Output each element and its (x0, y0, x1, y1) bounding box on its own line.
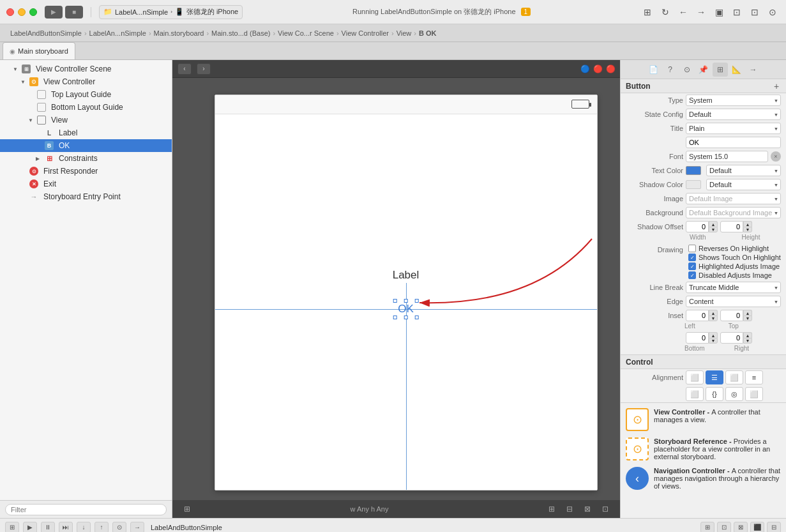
reverses-checkbox[interactable] (688, 245, 696, 252)
minimize-button[interactable] (18, 8, 26, 16)
stop-button[interactable]: ■ (65, 6, 83, 19)
align-top-btn[interactable]: ⬜ (686, 387, 704, 401)
canvas-cube-btn[interactable]: 🔴 (593, 65, 602, 73)
inspector-tab-attributes[interactable]: ⊞ (713, 63, 728, 77)
bottom-btn-settings2[interactable]: ⊙ (112, 522, 126, 533)
bottom-btn-download[interactable]: ↓ (77, 522, 91, 533)
disabled-adjusts-checkbox[interactable]: ✓ (688, 271, 696, 279)
shadow-height-up[interactable]: ▲ (743, 221, 752, 227)
type-select[interactable]: System (686, 95, 781, 106)
nav-item-top-layout[interactable]: Top Layout Guide (0, 88, 172, 101)
refresh-btn[interactable]: ↻ (658, 5, 672, 19)
bottom-btn-pause[interactable]: ⏸ (41, 522, 55, 533)
filter-input[interactable] (5, 504, 167, 515)
shadow-color-select[interactable]: Default (706, 179, 781, 190)
run-button[interactable]: ▶ (45, 6, 63, 19)
shadow-height-down[interactable]: ▼ (743, 227, 752, 232)
nav-item-exit[interactable]: ✕ Exit (0, 178, 172, 190)
inset-right-up[interactable]: ▲ (743, 332, 752, 338)
shadow-color-swatch[interactable] (686, 180, 701, 189)
bottom-btn-storyboard[interactable]: ⊞ (5, 522, 19, 533)
layout-toggle[interactable]: ▣ (712, 5, 726, 19)
bc-item-ok[interactable]: B OK (419, 29, 437, 37)
bc-item[interactable]: View Co...r Scene (278, 29, 334, 37)
bc-item[interactable]: Main.storyboard (154, 29, 204, 37)
canvas-forward-btn[interactable]: › (197, 63, 211, 75)
bottom-btn-nav[interactable]: → (130, 522, 144, 533)
state-config-select[interactable]: Default (686, 109, 781, 120)
bc-item[interactable]: View (397, 29, 412, 37)
canvas-alert-btn[interactable]: 🔴 (606, 65, 615, 73)
bottom-btn-play[interactable]: ▶ (23, 522, 37, 533)
back-btn[interactable]: ← (676, 5, 690, 19)
shadow-width-up[interactable]: ▲ (709, 221, 718, 227)
align-btn[interactable]: ⊡ (598, 502, 612, 516)
storyboard-btn[interactable]: ⊞ (180, 502, 194, 516)
nav-item-view-controller[interactable]: ▼ ⊙ View Controller (0, 75, 172, 88)
align-center-btn[interactable]: ☰ (706, 370, 723, 384)
canvas-back-btn[interactable]: ‹ (178, 63, 192, 75)
grid-btn[interactable]: ⊞ (545, 502, 559, 516)
align-right-btn[interactable]: ⬜ (725, 370, 743, 384)
inset-bottom-down[interactable]: ▼ (709, 338, 718, 344)
maximize-button[interactable] (29, 8, 37, 16)
title-text-input[interactable] (686, 137, 781, 148)
nav-item-label[interactable]: L Label (0, 126, 172, 139)
shows-touch-checkbox[interactable]: ✓ (688, 254, 696, 261)
nav-item-view[interactable]: ▼ View (0, 114, 172, 126)
warning-badge[interactable]: 1 (521, 8, 531, 16)
inset-right-input[interactable] (720, 332, 743, 344)
bottom-btn-step[interactable]: ⏭ (59, 522, 73, 533)
zoom-btn[interactable]: ⊟ (563, 502, 577, 516)
nav-item-ok[interactable]: B OK (0, 139, 172, 152)
font-clear-btn[interactable]: × (771, 151, 781, 162)
settings-btn[interactable]: ⊙ (766, 5, 780, 19)
align-fill-btn[interactable]: ≡ (745, 370, 763, 384)
image-select[interactable]: Default Image (686, 193, 781, 204)
align-bottom-btn[interactable]: ⬜ (745, 387, 763, 401)
shadow-height-input[interactable] (720, 221, 743, 232)
canvas-zoom-fit[interactable]: 🔵 (580, 65, 589, 73)
align-left-btn[interactable]: ⬜ (686, 370, 704, 384)
bc-item[interactable]: View Controller (342, 29, 389, 37)
scheme-selector[interactable]: 📁 LabelA...nSimple › 📱 张德龙的 iPhone (99, 5, 243, 19)
inspector-tab-connections[interactable]: → (746, 63, 761, 77)
inset-right-down[interactable]: ▼ (743, 338, 752, 344)
version-toggle[interactable]: ⊡ (748, 5, 762, 19)
bottom-btn-share[interactable]: ↑ (94, 522, 109, 533)
nav-item-entry-point[interactable]: → Storyboard Entry Point (0, 190, 172, 203)
inset-top-up[interactable]: ▲ (743, 310, 752, 315)
phone-content[interactable]: Label OK (215, 114, 597, 490)
inspector-tab-file[interactable]: 📄 (646, 63, 661, 77)
inset-left-up[interactable]: ▲ (709, 310, 718, 315)
inset-left-down[interactable]: ▼ (709, 315, 718, 321)
text-color-swatch[interactable] (686, 166, 701, 175)
shadow-width-input[interactable] (686, 221, 709, 232)
bottom-right-btn4[interactable]: ⬛ (750, 522, 764, 533)
shadow-width-down[interactable]: ▼ (709, 227, 718, 232)
navigator-toggle[interactable]: ⊞ (640, 5, 654, 19)
close-button[interactable] (6, 8, 14, 16)
inspector-tab-size[interactable]: 📐 (729, 63, 744, 77)
title-select[interactable]: Plain (686, 123, 781, 134)
tab-main-storyboard[interactable]: ◉ Main storyboard (3, 42, 75, 59)
nav-item-constraints[interactable]: ▶ ⊞ Constraints (0, 152, 172, 165)
button-ok-container[interactable]: OK (398, 303, 414, 315)
bc-item[interactable]: Main.sto...d (Base) (211, 29, 270, 37)
background-select[interactable]: Default Background Image (686, 207, 781, 218)
nav-scene-header[interactable]: ▼ ⊞ View Controller Scene (0, 63, 172, 75)
inset-top-down[interactable]: ▼ (743, 315, 752, 321)
align-vcenter-btn[interactable]: {} (706, 387, 723, 401)
button-ok[interactable]: OK (398, 303, 414, 315)
inset-top-input[interactable] (720, 310, 743, 321)
bottom-right-btn2[interactable]: ⊡ (717, 522, 731, 533)
inset-bottom-up[interactable]: ▲ (709, 332, 718, 338)
inspector-tab-id[interactable]: ⊙ (679, 63, 695, 77)
highlighted-adjusts-checkbox[interactable]: ✓ (688, 262, 696, 270)
bottom-right-btn5[interactable]: ⊟ (767, 522, 781, 533)
label-element[interactable]: Label (393, 269, 419, 282)
layout-btn[interactable]: ⊠ (580, 502, 594, 516)
inspector-tab-quick[interactable]: ? (663, 63, 678, 77)
inset-bottom-input[interactable] (686, 332, 709, 344)
line-break-select[interactable]: Truncate Middle (686, 282, 781, 293)
